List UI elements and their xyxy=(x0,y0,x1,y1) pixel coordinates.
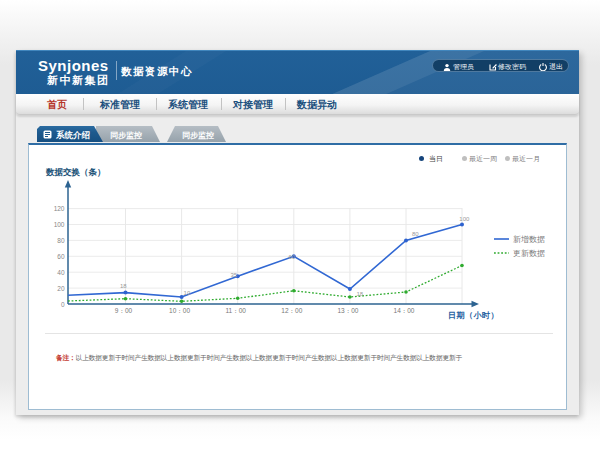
svg-text:9：00: 9：00 xyxy=(115,307,133,314)
svg-text:100: 100 xyxy=(54,221,65,228)
svg-text:0: 0 xyxy=(61,301,65,308)
svg-text:18: 18 xyxy=(120,283,127,289)
svg-text:60: 60 xyxy=(289,254,296,260)
svg-text:10: 10 xyxy=(184,290,191,296)
svg-text:13：00: 13：00 xyxy=(337,307,358,314)
svg-text:35: 35 xyxy=(231,272,238,278)
svg-text:更新数据: 更新数据 xyxy=(513,249,545,258)
svg-text:12：00: 12：00 xyxy=(281,307,302,314)
svg-text:120: 120 xyxy=(54,205,65,212)
svg-text:14：00: 14：00 xyxy=(394,307,415,314)
svg-text:10：00: 10：00 xyxy=(169,307,190,314)
svg-text:80: 80 xyxy=(412,231,419,237)
svg-text:20: 20 xyxy=(57,285,65,292)
svg-text:100: 100 xyxy=(459,216,470,222)
svg-text:60: 60 xyxy=(57,253,65,260)
svg-text:新增数据: 新增数据 xyxy=(513,235,545,244)
svg-text:11：00: 11：00 xyxy=(225,307,246,314)
svg-text:18: 18 xyxy=(357,291,364,297)
svg-text:40: 40 xyxy=(57,269,65,276)
svg-text:日期（小时）: 日期（小时） xyxy=(448,311,499,320)
svg-text:80: 80 xyxy=(57,237,65,244)
